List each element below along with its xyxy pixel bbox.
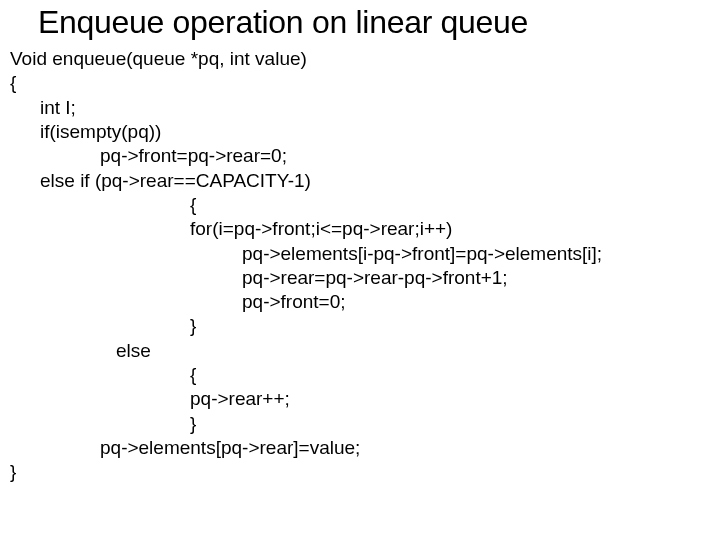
code-line: pq->rear++; [10, 387, 720, 411]
code-line: } [10, 460, 720, 484]
code-line: pq->front=pq->rear=0; [10, 144, 720, 168]
code-line: if(isempty(pq)) [10, 120, 720, 144]
code-block: Void enqueue(queue *pq, int value) { int… [0, 41, 720, 485]
code-line: } [10, 412, 720, 436]
code-line: int I; [10, 96, 720, 120]
code-line: pq->elements[i-pq->front]=pq->elements[i… [10, 242, 720, 266]
code-line: pq->front=0; [10, 290, 720, 314]
code-line: Void enqueue(queue *pq, int value) [10, 47, 720, 71]
code-line: } [10, 314, 720, 338]
code-line: for(i=pq->front;i<=pq->rear;i++) [10, 217, 720, 241]
code-line: pq->rear=pq->rear-pq->front+1; [10, 266, 720, 290]
slide-title: Enqueue operation on linear queue [0, 0, 720, 41]
code-line: else if (pq->rear==CAPACITY-1) [10, 169, 720, 193]
code-line: { [10, 71, 720, 95]
code-line: { [10, 363, 720, 387]
code-line: else [10, 339, 720, 363]
code-line: { [10, 193, 720, 217]
code-line: pq->elements[pq->rear]=value; [10, 436, 720, 460]
